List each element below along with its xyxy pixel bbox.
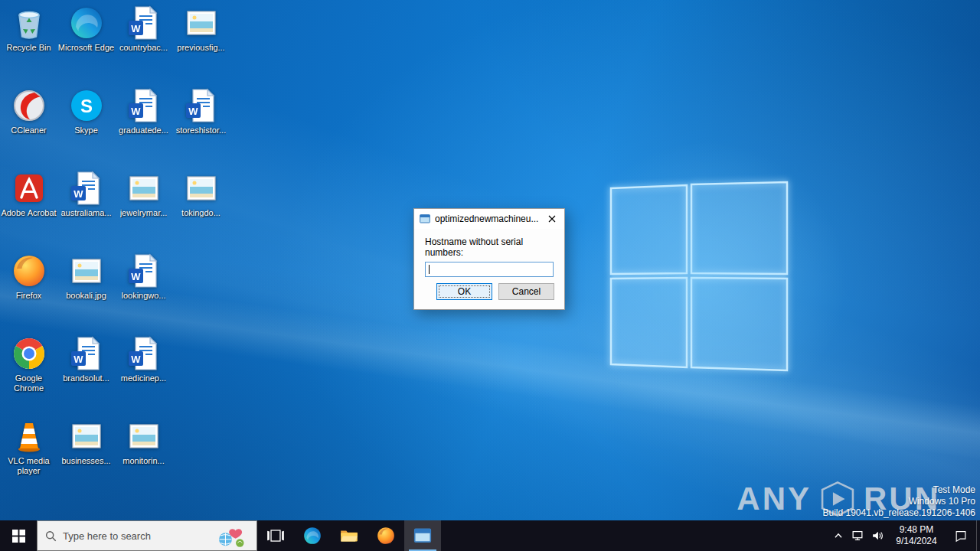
taskbar-clock[interactable]: 9:48 PM 9/14/2024 xyxy=(887,520,946,551)
file-explorer-icon xyxy=(339,526,359,546)
desktop-icon-ccleaner[interactable]: CCleaner xyxy=(0,87,57,170)
search-placeholder: Type here to search xyxy=(63,530,151,542)
app-window-icon xyxy=(419,213,431,225)
desktop-icon-label: Recycle Bin xyxy=(6,43,51,53)
desktop-icon-countrybac-doc[interactable]: Wcountrybac... xyxy=(115,5,172,87)
desktop-icon-label: Adobe Acrobat xyxy=(1,208,56,218)
taskbar-firefox-button[interactable] xyxy=(368,520,404,551)
desktop-icon-recycle-bin[interactable]: Recycle Bin xyxy=(0,5,57,87)
desktop-icon-firefox[interactable]: Firefox xyxy=(0,253,57,335)
ethernet-icon[interactable] xyxy=(848,520,867,551)
taskbar-edge-button[interactable] xyxy=(294,520,331,551)
anyrun-watermark: ANY RUN Test Mode Windows 10 Pro Build 1… xyxy=(737,478,975,519)
skype-icon: S xyxy=(68,87,105,124)
word-doc-icon: W xyxy=(68,335,105,372)
desktop-icon-grid: Recycle BinCCleanerAdobe AcrobatFirefoxG… xyxy=(0,5,230,500)
show-desktop-button[interactable] xyxy=(976,520,980,551)
desktop-icon-graduatede-doc[interactable]: Wgraduatede... xyxy=(115,87,172,170)
taskbar-hostname-dialog-app-button[interactable] xyxy=(404,520,441,551)
desktop-icon-bookali-jpg[interactable]: bookali.jpg xyxy=(57,253,115,335)
desktop-icon-previousfig-img[interactable]: previousfig... xyxy=(172,5,230,87)
desktop-icon-label: CCleaner xyxy=(11,126,46,135)
word-doc-icon: W xyxy=(126,5,162,41)
taskbar-apps xyxy=(257,520,441,551)
desktop-icon-microsoft-edge[interactable]: Microsoft Edge xyxy=(57,5,115,87)
taskbar: Type here to search xyxy=(0,520,980,551)
word-doc-icon: W xyxy=(126,253,162,289)
word-doc-icon: W xyxy=(126,87,162,124)
acrobat-icon xyxy=(11,170,47,207)
desktop-icon-label: Google Chrome xyxy=(1,373,57,393)
image-file-icon xyxy=(68,418,105,455)
hidden-icons-chevron[interactable] xyxy=(829,520,848,551)
edge-icon xyxy=(302,526,322,546)
ccleaner-icon xyxy=(11,87,47,124)
desktop-icon-lookingwo-doc[interactable]: Wlookingwo... xyxy=(115,253,172,335)
svg-text:W: W xyxy=(188,106,198,117)
hostname-input[interactable] xyxy=(425,262,554,277)
word-doc-icon: W xyxy=(68,170,105,207)
volume-icon[interactable] xyxy=(867,520,887,551)
desktop-icon-storeshistor-doc[interactable]: Wstoreshistor... xyxy=(172,87,230,170)
search-box[interactable]: Type here to search xyxy=(37,520,257,551)
dialog-titlebar[interactable]: optimizednewmachineu... xyxy=(414,209,564,229)
desktop-icon-medicinep-doc[interactable]: Wmedicinep... xyxy=(115,335,172,418)
desktop-icon-label: tokingdo... xyxy=(181,208,220,218)
os-label: Windows 10 Pro xyxy=(823,496,976,507)
desktop-icon-skype[interactable]: SSkype xyxy=(57,87,115,170)
desktop-icon-australiama-doc[interactable]: Waustraliama... xyxy=(57,170,115,253)
desktop-icon-label: monitorin... xyxy=(122,456,164,466)
desktop-icon-label: Microsoft Edge xyxy=(58,43,114,53)
desktop-icon-label: graduatede... xyxy=(119,126,168,135)
desktop-icon-google-chrome[interactable]: Google Chrome xyxy=(0,335,57,418)
desktop-icon-jewelrymar-img[interactable]: jewelrymar... xyxy=(115,170,172,253)
test-mode-label: Test Mode xyxy=(823,484,976,496)
desktop-icon-label: australiama... xyxy=(60,208,111,218)
desktop-icon-adobe-acrobat[interactable]: Adobe Acrobat xyxy=(0,170,57,253)
anyrun-logo-icon xyxy=(818,480,858,518)
start-button[interactable] xyxy=(0,520,37,551)
desktop-icon-label: medicinep... xyxy=(121,373,166,383)
desktop-icon-label: brandsolut... xyxy=(63,373,109,383)
desktop-icon-tokingdo-img[interactable]: tokingdo... xyxy=(172,170,230,253)
windows-logo-icon xyxy=(12,530,25,543)
desktop-icon-label: lookingwo... xyxy=(121,291,165,301)
hostname-label: Hostname without serial numbers: xyxy=(414,229,564,258)
anyrun-brand-left: ANY xyxy=(737,481,812,517)
search-highlights-art[interactable] xyxy=(217,524,246,551)
app-window-icon xyxy=(413,526,433,546)
image-file-icon xyxy=(183,5,220,41)
taskbar-task-view-button[interactable] xyxy=(257,520,294,551)
svg-text:W: W xyxy=(131,354,141,365)
desktop-icon-label: bookali.jpg xyxy=(66,291,106,301)
clock-time: 9:48 PM xyxy=(900,524,934,536)
desktop-icon-brandsolut-doc[interactable]: Wbrandsolut... xyxy=(57,335,115,418)
image-file-icon xyxy=(126,170,162,207)
word-doc-icon: W xyxy=(126,335,162,372)
taskbar-file-explorer-button[interactable] xyxy=(331,520,368,551)
search-icon xyxy=(45,530,57,542)
recycle-bin-icon xyxy=(11,5,47,41)
desktop-icon-monitorin-img[interactable]: monitorin... xyxy=(115,418,172,500)
svg-text:W: W xyxy=(74,354,83,365)
svg-text:S: S xyxy=(80,96,92,116)
desktop-icon-businesses-img[interactable]: businesses... xyxy=(57,418,115,500)
desktop-icon-label: jewelrymar... xyxy=(120,208,168,218)
action-center-icon[interactable] xyxy=(946,520,976,551)
anyrun-brand-right: RUN xyxy=(864,481,940,517)
hostname-dialog: optimizednewmachineu... Hostname without… xyxy=(413,208,565,310)
svg-text:W: W xyxy=(131,23,141,34)
image-file-icon xyxy=(183,170,220,207)
svg-text:W: W xyxy=(131,106,141,117)
desktop-icon-label: VLC media player xyxy=(1,456,57,476)
close-icon[interactable] xyxy=(540,209,564,229)
edge-icon xyxy=(68,5,105,41)
chrome-icon xyxy=(11,335,47,372)
ok-button[interactable]: OK xyxy=(436,283,492,300)
desktop-icon-vlc-media-player[interactable]: VLC media player xyxy=(0,418,57,500)
image-file-icon xyxy=(68,253,105,289)
text-caret xyxy=(429,265,430,274)
firefox-icon xyxy=(376,526,396,546)
cancel-button[interactable]: Cancel xyxy=(498,283,554,300)
windows-logo-wallpaper xyxy=(591,167,821,396)
